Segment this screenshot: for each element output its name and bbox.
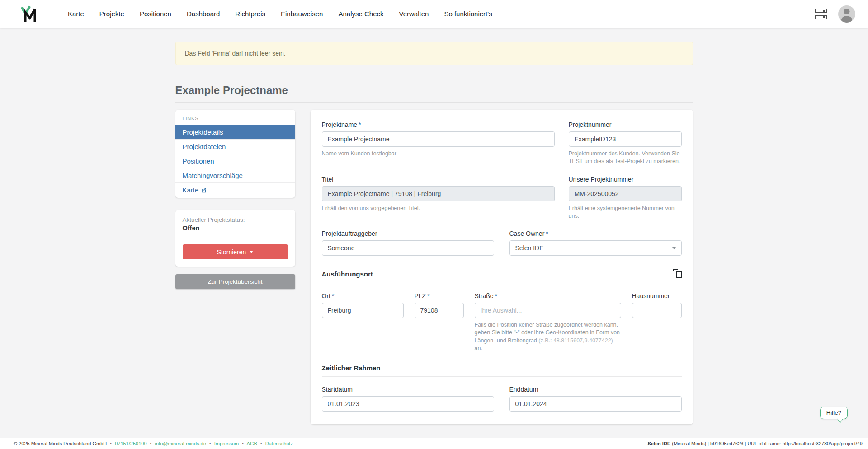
unsere-projektnummer-input <box>569 186 682 201</box>
titel-label: Titel <box>322 176 555 183</box>
footer-link-agb[interactable]: AGB <box>247 441 257 446</box>
ort-input[interactable] <box>322 303 404 318</box>
footer-link-phone[interactable]: 07151/250100 <box>115 441 146 446</box>
footer-user-name: Selen IDE <box>647 441 670 446</box>
back-to-project-overview-button[interactable]: Zur Projektübersicht <box>175 274 295 289</box>
status-divider <box>175 238 295 238</box>
page-title: Example Projectname <box>175 84 693 97</box>
projektnummer-input[interactable] <box>569 131 682 147</box>
project-status-label: Aktueller Projektstatus: <box>183 216 288 223</box>
projektname-input[interactable] <box>322 131 555 147</box>
projektnummer-helper: Projektnummer des Kunden. Verwenden Sie … <box>569 150 682 166</box>
hausnummer-label: Hausnummer <box>632 292 682 299</box>
required-asterisk: * <box>332 292 334 299</box>
sidebar-item-karte[interactable]: Karte <box>175 182 295 197</box>
projektnummer-label: Projektnummer <box>569 121 682 128</box>
section-divider <box>322 376 682 377</box>
projektname-helper: Name vom Kunden festlegbar <box>322 150 555 158</box>
footer-separator: • <box>242 441 244 446</box>
zeitlicher-rahmen-section-title: Zeitlicher Rahmen <box>322 364 381 372</box>
main-nav: Karte Projekte Positionen Dashboard Rich… <box>60 10 500 18</box>
top-navbar: Karte Projekte Positionen Dashboard Rich… <box>0 0 868 28</box>
strasse-input[interactable] <box>475 303 621 318</box>
enddatum-label: Enddatum <box>509 386 682 393</box>
required-asterisk: * <box>359 121 361 128</box>
external-link-icon <box>201 187 207 193</box>
required-asterisk: * <box>495 292 497 299</box>
sidebar-item-karte-label: Karte <box>183 186 199 194</box>
footer: © 2025 Mineral Minds Deutschland GmbH • … <box>0 438 868 449</box>
enddatum-input[interactable] <box>509 396 682 412</box>
case-owner-selected-value: Selen IDE <box>515 244 544 252</box>
user-avatar[interactable] <box>838 5 855 23</box>
plz-label: PLZ* <box>415 292 464 299</box>
sidebar-item-projektdetails[interactable]: Projektdetails <box>175 125 295 139</box>
sidebar-item-matchingvorschlaege[interactable]: Matchingvorschläge <box>175 168 295 182</box>
sidebar-links-header: LINKS <box>175 110 295 125</box>
unsere-projektnummer-helper: Erhält eine systemgenerierte Nummer von … <box>569 205 682 220</box>
server-icon[interactable] <box>815 9 827 19</box>
validation-alert: Das Feld 'Firma' darf nicht leer sein. <box>175 42 693 65</box>
help-button[interactable]: Hilfe? <box>820 407 848 419</box>
footer-link-impressum[interactable]: Impressum <box>214 441 239 446</box>
footer-left: © 2025 Mineral Minds Deutschland GmbH • … <box>14 441 293 446</box>
hausnummer-input[interactable] <box>632 303 682 318</box>
ausfuehrungsort-section-title: Ausführungsort <box>322 270 373 278</box>
nav-item-analyse-check[interactable]: Analyse Check <box>330 10 391 18</box>
nav-item-karte[interactable]: Karte <box>60 10 92 18</box>
required-asterisk: * <box>546 230 548 237</box>
nav-item-verwalten[interactable]: Verwalten <box>392 10 437 18</box>
project-details-form: Projektname* Name vom Kunden festlegbar … <box>311 110 693 424</box>
copy-icon[interactable] <box>673 269 682 278</box>
footer-copyright: © 2025 Mineral Minds Deutschland GmbH <box>14 441 107 446</box>
mineral-minds-logo-icon[interactable] <box>20 5 38 23</box>
nav-item-dashboard[interactable]: Dashboard <box>179 10 227 18</box>
nav-item-einbauweisen[interactable]: Einbauweisen <box>273 10 330 18</box>
strasse-label: Straße* <box>475 292 621 299</box>
nav-item-positionen[interactable]: Positionen <box>132 10 179 18</box>
title-divider <box>175 102 693 103</box>
plz-input[interactable] <box>415 303 464 318</box>
sidebar: LINKS Projektdetails Projektdateien Posi… <box>175 110 295 289</box>
nav-item-so-funktionierts[interactable]: So funktioniert's <box>436 10 500 18</box>
projektname-label: Projektname* <box>322 121 555 128</box>
required-asterisk: * <box>427 292 429 299</box>
unsere-projektnummer-label: Unsere Projektnummer <box>569 176 682 183</box>
nav-item-projekte[interactable]: Projekte <box>92 10 132 18</box>
footer-session-info: Selen IDE (Mineral Minds) | b91695ed7623… <box>647 441 863 446</box>
chevron-down-icon <box>250 251 253 253</box>
sidebar-item-projektdateien[interactable]: Projektdateien <box>175 139 295 154</box>
nav-item-richtpreis[interactable]: Richtpreis <box>227 10 273 18</box>
case-owner-select[interactable]: Selen IDE <box>509 240 682 256</box>
chevron-down-icon <box>672 247 676 249</box>
cancel-project-button-label: Stornieren <box>217 248 246 256</box>
strasse-helper: Falls die Position keiner Straße zugeord… <box>475 321 621 352</box>
footer-separator: • <box>209 441 211 446</box>
footer-link-datenschutz[interactable]: Datenschutz <box>265 441 293 446</box>
validation-alert-message: Das Feld 'Firma' darf nicht leer sein. <box>185 50 286 57</box>
titel-helper: Erhält den von uns vorgegebenen Titel. <box>322 205 555 212</box>
sidebar-item-positionen[interactable]: Positionen <box>175 154 295 168</box>
projektauftraggeber-input[interactable] <box>322 240 494 256</box>
ort-label: Ort* <box>322 292 404 299</box>
startdatum-label: Startdatum <box>322 386 494 393</box>
project-status-value: Offen <box>183 224 288 232</box>
startdatum-input[interactable] <box>322 396 494 412</box>
cancel-project-button[interactable]: Stornieren <box>183 244 288 259</box>
footer-separator: • <box>150 441 152 446</box>
footer-separator: • <box>260 441 262 446</box>
footer-session-details: (Mineral Minds) | b91695ed7623 | URL of … <box>670 441 863 446</box>
page-body: Das Feld 'Firma' darf nicht leer sein. E… <box>0 28 868 438</box>
footer-link-email[interactable]: info@mineral-minds.de <box>155 441 206 446</box>
footer-separator: • <box>110 441 112 446</box>
section-divider <box>322 283 682 283</box>
titel-input <box>322 186 555 201</box>
projektauftraggeber-label: Projektauftraggeber <box>322 230 494 237</box>
case-owner-label: Case Owner* <box>509 230 682 237</box>
